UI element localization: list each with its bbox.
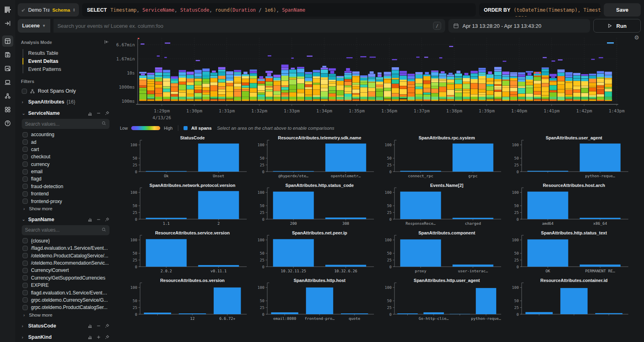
column-chart-icon[interactable] <box>87 217 93 222</box>
select-clause-input[interactable]: SELECT Timestamp, ServiceName, StatusCod… <box>82 3 476 17</box>
span-attributes-group[interactable]: › SpanAttributes {16} <box>22 99 109 105</box>
checkbox[interactable] <box>23 305 28 310</box>
checkbox[interactable] <box>23 246 28 251</box>
source-selector-button[interactable]: Demo Traces Schema ▲▼ <box>18 3 79 17</box>
filter-value-row[interactable]: EXPIRE <box>21 282 109 289</box>
checkbox[interactable] <box>23 147 28 152</box>
filter-value-row[interactable]: fraud-detection <box>21 183 109 190</box>
checkbox[interactable] <box>23 275 28 280</box>
filter-value-row[interactable]: currency <box>21 161 109 168</box>
orderby-clause-input[interactable]: ORDER BY(toDateTime(Timestamp), Timestam… <box>479 3 601 17</box>
filter-value-row[interactable]: accounting <box>21 131 109 138</box>
show-more-button[interactable]: ›Show more <box>23 206 109 211</box>
root-spans-only-toggle[interactable]: Root Spans Only <box>22 88 109 94</box>
filter-value-row[interactable]: flagd.evaluation.v1.Service/EventS... <box>21 289 109 296</box>
analysis-mode-header: Analysis Mode <box>21 39 109 46</box>
checkbox[interactable] <box>23 154 28 160</box>
run-button[interactable]: Run <box>593 19 641 33</box>
apps-icon[interactable] <box>2 104 13 115</box>
collapse-panel-icon[interactable] <box>104 39 109 46</box>
pin-icon[interactable] <box>105 217 109 222</box>
bar-chart: SpanAttributes.http.status_text02550100O… <box>506 230 629 278</box>
column-chart-icon[interactable] <box>87 111 93 116</box>
pin-icon[interactable] <box>105 323 109 328</box>
checkbox[interactable] <box>23 238 28 243</box>
chevron-right-icon[interactable]: › <box>22 323 26 328</box>
svg-text:12: 12 <box>190 316 194 321</box>
filter-value-row[interactable]: checkout <box>21 153 109 160</box>
collapse-panel-icon[interactable] <box>2 18 13 29</box>
delta-chart-tile: SpanAttributes.rpc.system02550100connect… <box>379 135 502 182</box>
checkbox[interactable] <box>23 283 28 288</box>
chevron-down-icon[interactable]: ⌄ <box>22 217 26 222</box>
filter-group-header-spanname[interactable]: ⌄SpanName <box>22 217 109 222</box>
checkbox[interactable] <box>23 268 28 273</box>
filter-group-header-statuscode[interactable]: ›StatusCode <box>22 323 109 329</box>
filter-value-row[interactable]: email <box>21 168 109 175</box>
svg-text:100: 100 <box>258 190 264 195</box>
add-filter-icon[interactable] <box>96 335 101 340</box>
pin-icon[interactable] <box>105 335 109 340</box>
checkbox[interactable] <box>23 199 28 204</box>
filter-value-row[interactable]: {closure} <box>21 237 109 245</box>
column-chart-icon[interactable] <box>87 334 93 340</box>
remove-filter-icon[interactable] <box>96 111 101 116</box>
help-icon[interactable] <box>2 118 13 129</box>
checkbox[interactable] <box>23 184 28 189</box>
filter-value-row[interactable]: grpc.oteldemo.ProductCatalogSer... <box>21 304 109 311</box>
checkbox[interactable] <box>23 261 28 266</box>
svg-text:2.0.2: 2.0.2 <box>161 269 172 273</box>
filter-value-row[interactable]: frontend-proxy <box>21 197 109 205</box>
checkbox[interactable] <box>23 297 28 303</box>
save-button[interactable]: Save <box>604 3 641 17</box>
filter-value-row[interactable]: Currency/GetSupportedCurrencies <box>21 274 109 282</box>
svg-text:25: 25 <box>514 210 519 215</box>
checkbox[interactable] <box>23 290 28 295</box>
analysis-mode-results-table[interactable]: Results Table <box>23 49 109 57</box>
search-view-icon[interactable] <box>2 35 13 47</box>
filter-value-row[interactable]: flagd <box>21 175 109 182</box>
show-more-button[interactable]: ›Show more <box>23 313 109 317</box>
duration-heatmap[interactable]: 6.67min1.67min10s1000ms100ms <box>114 36 625 107</box>
checkbox[interactable] <box>23 169 28 174</box>
analysis-mode-event-patterns[interactable]: Event Patterns <box>23 65 109 73</box>
checkbox[interactable] <box>23 253 28 258</box>
svg-text:StatusCode: StatusCode <box>180 135 204 140</box>
filter-group-list: ⌄ServiceNameaccountingadcartcheckoutcurr… <box>21 110 109 340</box>
remove-filter-icon[interactable] <box>96 217 101 222</box>
analysis-mode-event-deltas[interactable]: Event Deltas <box>23 57 109 65</box>
date-range-picker[interactable]: Apr 13 13:28:20 - Apr 13 13:43:20 <box>448 19 590 33</box>
pin-icon[interactable] <box>105 111 109 116</box>
column-chart-icon[interactable] <box>87 323 93 328</box>
service-map-icon[interactable] <box>2 90 13 102</box>
heatmap-x-axis: 1:29pm1:30pm1:31pm1:32pm1:33pm1:34pm1:35… <box>114 108 644 122</box>
remove-filter-icon[interactable] <box>96 323 101 328</box>
chevron-down-icon[interactable]: ⌄ <box>22 111 26 116</box>
client-sessions-icon[interactable] <box>2 77 13 88</box>
checkbox[interactable] <box>23 139 28 145</box>
filter-value-row[interactable]: frontend <box>21 190 109 197</box>
filter-value-row[interactable]: grpc.oteldemo.CurrencyService/G... <box>21 296 109 304</box>
checkbox[interactable] <box>23 162 28 167</box>
chevron-right-icon[interactable]: › <box>22 335 26 340</box>
checkbox[interactable] <box>23 132 28 137</box>
filter-value-row[interactable]: /oteldemo.ProductCatalogService/... <box>21 252 109 259</box>
filter-group-header-servicename[interactable]: ⌄ServiceName <box>22 110 109 116</box>
show-more-label: Show more <box>29 313 52 317</box>
filter-value-row[interactable]: /oteldemo.RecommendationServic... <box>21 259 109 267</box>
filter-value-row[interactable]: cart <box>21 146 109 153</box>
filter-value-search-input[interactable] <box>25 227 101 233</box>
filter-value-row[interactable]: Currency/Convert <box>21 267 109 274</box>
filter-value-row[interactable]: ad <box>21 138 109 145</box>
filter-value-row[interactable]: /flagd.evaluation.v1.Service/Event... <box>21 245 109 252</box>
event-search-input[interactable] <box>58 23 433 29</box>
checkbox[interactable] <box>22 89 27 94</box>
dashboards-icon[interactable] <box>2 63 13 74</box>
filter-group-header-spankind[interactable]: ›SpanKind <box>22 334 109 340</box>
saved-views-icon[interactable] <box>2 49 13 60</box>
checkbox[interactable] <box>23 176 28 182</box>
query-language-select[interactable]: Lucene ▼ <box>18 19 50 33</box>
checkbox[interactable] <box>23 191 28 197</box>
svg-text:ResourceAttributes.service.ver: ResourceAttributes.service.version <box>155 230 230 235</box>
filter-value-search-input[interactable] <box>25 121 101 127</box>
